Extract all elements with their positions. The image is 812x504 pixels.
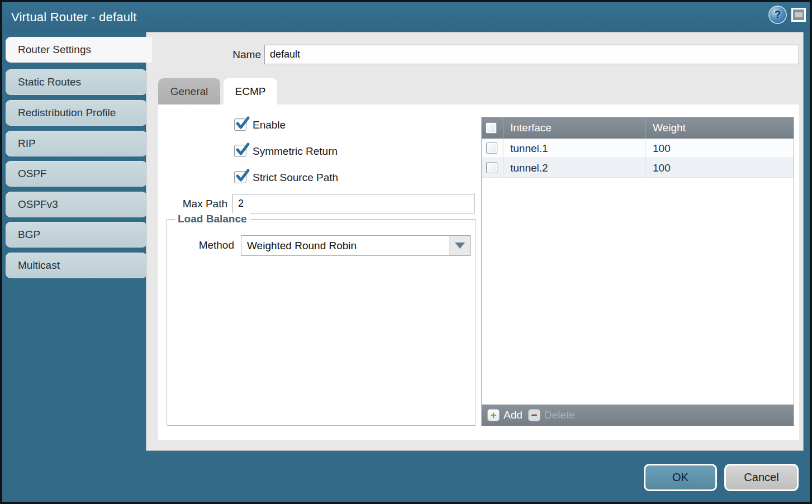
help-icon[interactable]: ? — [770, 7, 786, 23]
method-label: Method — [184, 235, 234, 255]
table-row[interactable]: tunnel.1 100 — [482, 139, 794, 158]
delete-minus-icon: − — [528, 409, 540, 421]
window-frame: Virtual Router - default ? Router Settin… — [0, 0, 812, 504]
column-header-interface: Interface — [503, 117, 645, 139]
checkmark-icon — [235, 142, 250, 157]
column-header-weight: Weight — [645, 117, 794, 139]
sidebar-item-router-settings[interactable]: Router Settings — [6, 37, 152, 63]
restore-window-inner — [795, 12, 802, 17]
tab-ecmp[interactable]: ECMP — [224, 78, 277, 105]
enable-label: Enable — [253, 118, 286, 132]
max-path-label: Max Path — [168, 194, 227, 213]
row-checkbox[interactable] — [486, 162, 497, 173]
cancel-button[interactable]: Cancel — [724, 464, 799, 491]
sidebar-item-static-routes[interactable]: Static Routes — [6, 69, 147, 95]
strict-source-path-label: Strict Source Path — [253, 170, 338, 185]
interface-cell: tunnel.1 — [503, 139, 645, 158]
checkmark-icon — [235, 116, 250, 131]
row-checkbox-cell — [482, 158, 503, 178]
sidebar-item-multicast[interactable]: Multicast — [6, 253, 147, 278]
name-input[interactable] — [264, 45, 799, 64]
sidebar-item-ospfv3[interactable]: OSPFv3 — [6, 192, 147, 217]
interfaces-table: Interface Weight tunnel.1 100 tunnel.2 1… — [481, 117, 794, 426]
table-header-row: Interface Weight — [482, 117, 794, 139]
select-all-checkbox[interactable] — [486, 122, 497, 134]
row-checkbox-cell — [482, 139, 503, 158]
add-plus-icon: + — [487, 409, 500, 421]
load-balance-legend: Load Balance — [175, 213, 250, 225]
strict-source-path-checkbox[interactable] — [234, 171, 246, 183]
router-settings-panel: Name General ECMP Enable Symm — [146, 32, 804, 451]
method-dropdown[interactable]: Weighted Round Robin — [241, 235, 471, 256]
titlebar: Virtual Router - default ? — [2, 2, 810, 32]
name-label: Name — [213, 45, 261, 64]
row-checkbox[interactable] — [486, 142, 497, 154]
load-balance-fieldset: Load Balance Method Weighted Round Robin — [167, 219, 476, 426]
symmetric-return-label: Symmetric Return — [253, 144, 338, 159]
table-row[interactable]: tunnel.2 100 — [482, 158, 794, 178]
add-button[interactable]: + Add — [487, 409, 523, 421]
weight-cell: 100 — [645, 139, 794, 158]
ok-button[interactable]: OK — [644, 464, 717, 491]
method-selected-value: Weighted Round Robin — [241, 236, 449, 255]
table-footer-bar: + Add − Delete — [482, 405, 794, 426]
delete-button[interactable]: − Delete — [528, 409, 575, 421]
add-label: Add — [504, 409, 523, 421]
sidebar-item-redistribution-profile[interactable]: Redistribution Profile — [6, 100, 147, 126]
dialog-title: Virtual Router - default — [11, 2, 137, 32]
max-path-input[interactable] — [232, 194, 475, 213]
method-dropdown-arrow[interactable] — [449, 236, 470, 255]
interface-cell: tunnel.2 — [503, 158, 645, 178]
ecmp-tab-content: Enable Symmetric Return Strict Source Pa… — [158, 104, 799, 440]
sidebar-item-rip[interactable]: RIP — [6, 131, 147, 156]
virtual-router-dialog: Virtual Router - default ? Router Settin… — [2, 2, 810, 502]
restore-window-icon[interactable] — [791, 8, 806, 22]
enable-checkbox[interactable] — [234, 118, 246, 131]
weight-cell: 100 — [645, 158, 794, 178]
checkmark-icon — [235, 169, 250, 183]
help-glyph: ? — [775, 9, 781, 21]
tab-general[interactable]: General — [158, 78, 220, 105]
sidebar-item-bgp[interactable]: BGP — [6, 222, 147, 248]
select-all-cell — [482, 117, 503, 139]
delete-label: Delete — [544, 409, 575, 421]
chevron-down-icon — [455, 243, 465, 249]
symmetric-return-checkbox[interactable] — [234, 145, 246, 157]
sidebar-item-ospf[interactable]: OSPF — [6, 161, 147, 187]
